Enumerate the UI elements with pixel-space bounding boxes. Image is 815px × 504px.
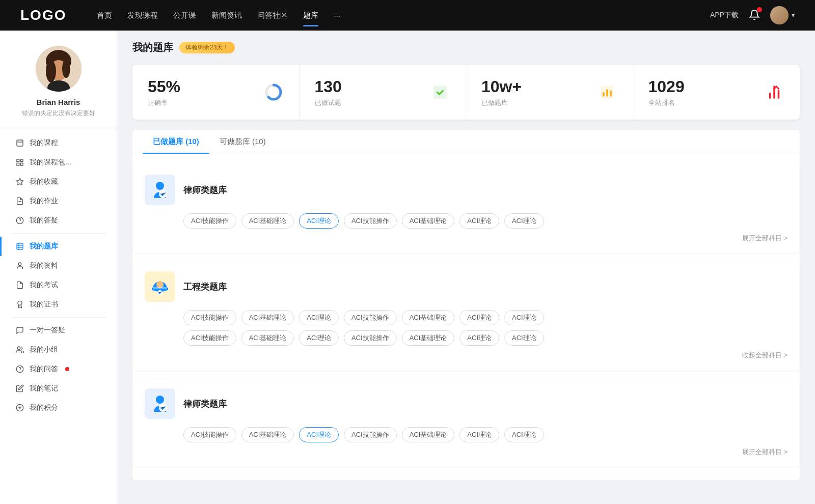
tab-done-banks[interactable]: 已做题库 (10): [143, 130, 209, 154]
stat-accuracy: 55% 正确率: [132, 65, 300, 120]
tag[interactable]: ACI理论: [299, 213, 339, 229]
cert-icon: [15, 300, 24, 309]
sidebar-item-my-points[interactable]: 我的积分: [0, 398, 117, 417]
nav-avatar: [770, 6, 789, 24]
tag[interactable]: ACI理论: [459, 310, 499, 325]
nav-qa[interactable]: 问答社区: [257, 9, 288, 22]
qbank-title-1: 律师类题库: [183, 184, 227, 196]
qbank-lawyer-icon-1: [145, 175, 175, 205]
notes-icon: [15, 384, 24, 393]
tag[interactable]: ACI理论: [299, 330, 339, 346]
tag[interactable]: ACI理论: [504, 427, 544, 442]
page-title: 我的题库: [132, 41, 173, 54]
expand-link-3[interactable]: 展开全部科目 >: [145, 447, 787, 457]
tag[interactable]: ACI基础理论: [241, 213, 294, 229]
tag[interactable]: ACI理论: [459, 213, 499, 229]
nav-chevron-icon: ▾: [792, 12, 795, 19]
tag[interactable]: ACI基础理论: [402, 310, 455, 325]
sidebar-item-my-homework[interactable]: 我的作业: [0, 191, 117, 211]
sidebar-item-my-qa[interactable]: 我的答疑: [0, 211, 117, 230]
svg-rect-12: [17, 163, 19, 165]
trial-badge: 体验剩余23天！: [179, 42, 235, 53]
svg-marker-13: [16, 178, 23, 185]
nav-home[interactable]: 首页: [97, 9, 112, 22]
nav-right: APP下载 ▾: [710, 6, 795, 24]
tag[interactable]: ACI基础理论: [241, 330, 294, 346]
tag[interactable]: ACI基础理论: [402, 330, 455, 346]
tag[interactable]: ACI基础理论: [241, 310, 294, 325]
tag[interactable]: ACI技能操作: [183, 213, 236, 229]
qbank-card-3-header: 律师类题库: [145, 388, 787, 419]
tab-available-banks[interactable]: 可做题库 (10): [209, 130, 276, 154]
qbank-card-1: 律师类题库 ACI技能操作ACI基础理论ACI理论ACI技能操作ACI基础理论A…: [132, 164, 800, 253]
tag[interactable]: ACI基础理论: [402, 427, 455, 442]
stat-ranking-label: 全站排名: [648, 98, 756, 107]
tag[interactable]: ACI理论: [504, 330, 544, 346]
homework-icon: [15, 197, 24, 206]
tag[interactable]: ACI理论: [459, 427, 499, 442]
svg-rect-10: [20, 159, 23, 162]
tag[interactable]: ACI理论: [504, 310, 544, 325]
qbank-engineer-icon: [145, 271, 175, 302]
user-avatar-wrapper[interactable]: ▾: [770, 6, 795, 24]
tag[interactable]: ACI基础理论: [241, 427, 294, 442]
profile-image: [36, 46, 82, 92]
nav-qbank[interactable]: 题库: [303, 9, 318, 22]
sidebar-item-my-cert[interactable]: 我的证书: [0, 295, 117, 314]
stat-done-questions-label: 已做试题: [315, 98, 422, 107]
sidebar-item-one-on-one[interactable]: 一对一答疑: [0, 321, 117, 340]
sidebar-item-my-qbank[interactable]: 我的题库: [0, 237, 117, 256]
sidebar-divider-2: [10, 317, 106, 318]
nav-open-course[interactable]: 公开课: [173, 9, 196, 22]
sidebar-item-my-exam[interactable]: 我的考试: [0, 275, 117, 295]
qbank-card-2: 工程类题库 ACI技能操作ACI基础理论ACI理论ACI技能操作ACI基础理论A…: [132, 261, 800, 370]
group-icon: [15, 345, 24, 354]
points-icon: [15, 403, 24, 412]
expand-link-1[interactable]: 展开全部科目 >: [145, 234, 787, 243]
svg-rect-29: [433, 86, 447, 99]
svg-rect-7: [17, 140, 23, 146]
notification-bell[interactable]: [749, 9, 760, 22]
tag[interactable]: ACI技能操作: [344, 330, 397, 346]
sidebar-item-my-group[interactable]: 我的小组: [0, 340, 117, 359]
sidebar-item-my-question[interactable]: 我的问答: [0, 359, 117, 379]
tag[interactable]: ACI理论: [299, 427, 339, 442]
tag[interactable]: ACI技能操作: [183, 330, 236, 346]
tag[interactable]: ACI理论: [299, 310, 339, 325]
accuracy-icon: [263, 82, 284, 102]
tag[interactable]: ACI技能操作: [344, 213, 397, 229]
stat-done-banks: 10w+ 已做题库: [466, 65, 633, 120]
svg-point-3: [46, 60, 56, 82]
sidebar-item-my-info[interactable]: 我的资料: [0, 256, 117, 275]
tag[interactable]: ACI技能操作: [183, 427, 236, 442]
course-pkg-icon: [15, 158, 24, 167]
app-download-link[interactable]: APP下载: [710, 11, 739, 20]
qbank-tags-1: ACI技能操作ACI基础理论ACI理论ACI技能操作ACI基础理论ACI理论AC…: [183, 213, 787, 229]
tag[interactable]: ACI技能操作: [344, 427, 397, 442]
sidebar-item-my-collection[interactable]: 我的收藏: [0, 172, 117, 191]
tag[interactable]: ACI基础理论: [402, 213, 455, 229]
tag[interactable]: ACI理论: [504, 213, 544, 229]
sidebar-item-my-course[interactable]: 我的课程: [0, 133, 117, 153]
sidebar-item-my-course-pkg[interactable]: 我的课程包...: [0, 153, 117, 172]
tag[interactable]: ACI理论: [459, 330, 499, 346]
qa-icon: [15, 216, 24, 225]
sidebar-item-my-notes[interactable]: 我的笔记: [0, 379, 117, 398]
main-content: 我的题库 体验剩余23天！ 55% 正确率 130: [117, 31, 815, 504]
collapse-link-2[interactable]: 收起全部科目 >: [145, 351, 787, 360]
one-on-one-icon: [15, 326, 24, 335]
svg-rect-17: [17, 243, 23, 249]
svg-rect-11: [20, 163, 23, 165]
tag[interactable]: ACI技能操作: [183, 310, 236, 325]
nav-news[interactable]: 新闻资讯: [211, 9, 242, 22]
avatar: [36, 46, 82, 92]
stat-accuracy-value: 55%: [148, 77, 255, 96]
nav-discover[interactable]: 发现课程: [127, 9, 158, 22]
nav-items: 首页 发现课程 公开课 新闻资讯 问答社区 题库 ···: [97, 9, 710, 22]
svg-point-22: [18, 301, 22, 305]
logo[interactable]: LOGO: [20, 7, 66, 23]
sidebar-divider-1: [10, 233, 106, 234]
tag[interactable]: ACI技能操作: [344, 310, 397, 325]
stat-ranking: 1029 全站排名: [633, 65, 800, 120]
nav-more[interactable]: ···: [334, 9, 340, 22]
